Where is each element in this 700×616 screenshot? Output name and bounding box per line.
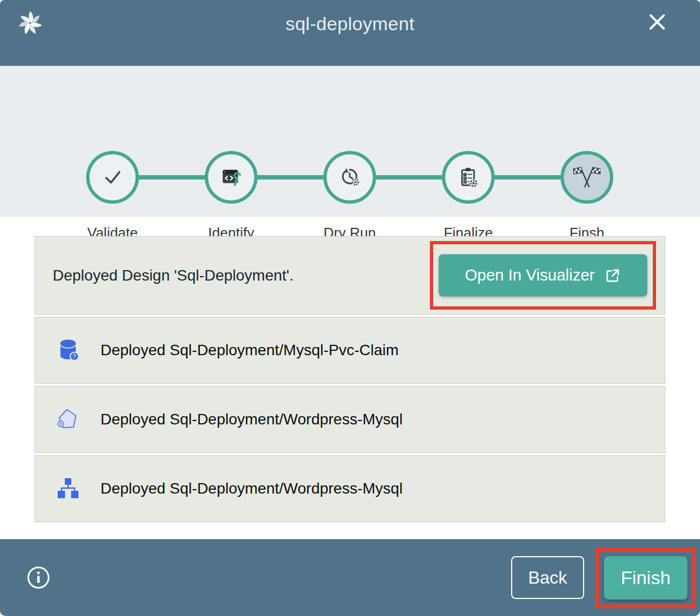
deployment-wizard-modal: sql-deployment Validate Design (0, 0, 700, 616)
info-icon (26, 565, 51, 590)
deployment-result-text: Deployed Sql-Deployment/Wordpress-Mysql (100, 480, 402, 497)
deployment-summary-row: Deployed Design 'Sql-Deployment'. Open I… (35, 236, 665, 315)
clipboard-gear-icon (456, 165, 481, 190)
modal-title: sql-deployment (0, 13, 700, 35)
back-button[interactable]: Back (511, 556, 584, 599)
modal-header: sql-deployment (0, 0, 700, 66)
step-dry-run: Dry Run (289, 151, 410, 244)
info-button[interactable] (26, 565, 51, 590)
close-icon (646, 11, 668, 33)
check-icon (100, 165, 125, 190)
annotation-highlight-box-finish: Finish (595, 547, 696, 608)
pentagon-pod-icon (55, 407, 81, 432)
topology-icon (55, 476, 81, 501)
database-icon: ? (55, 338, 81, 363)
deployment-results-panel: Deployed Design 'Sql-Deployment'. Open I… (35, 236, 665, 522)
external-link-icon (604, 267, 621, 284)
annotation-highlight-box-visualizer: Open In Visualizer (430, 241, 656, 310)
close-button[interactable] (645, 10, 669, 34)
dry-run-icon (337, 165, 362, 190)
svg-text:?: ? (73, 354, 76, 360)
wizard-stepper: Validate Design Identify Environments (0, 66, 700, 217)
finish-flags-icon (573, 165, 601, 190)
code-wrench-icon (219, 165, 244, 190)
modal-footer: Back Finish (0, 539, 700, 616)
deployment-summary-message: Deployed Design 'Sql-Deployment'. (53, 267, 430, 284)
deployment-result-row: Deployed Sql-Deployment/Wordpress-Mysql (35, 455, 665, 522)
deployment-result-row: ? Deployed Sql-Deployment/Mysql-Pvc-Clai… (35, 317, 665, 384)
step-finish: Finsh (527, 151, 647, 244)
open-in-visualizer-button[interactable]: Open In Visualizer (439, 254, 647, 296)
deployment-result-text: Deployed Sql-Deployment/Mysql-Pvc-Claim (100, 341, 399, 359)
finish-button[interactable]: Finish (604, 556, 687, 600)
deployment-result-text: Deployed Sql-Deployment/Wordpress-Mysql (100, 411, 402, 428)
open-in-visualizer-label: Open In Visualizer (465, 266, 595, 284)
deployment-result-row: Deployed Sql-Deployment/Wordpress-Mysql (35, 386, 665, 453)
